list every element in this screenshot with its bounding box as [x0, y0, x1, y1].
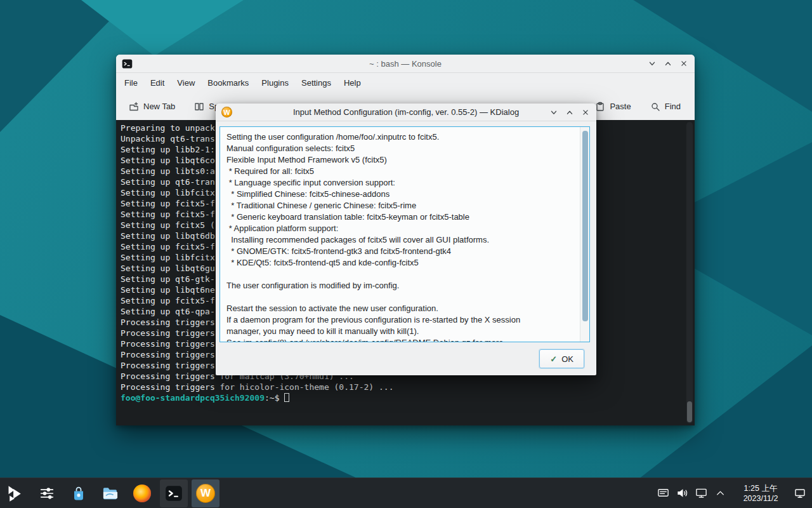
dialog-maximize-button[interactable] — [564, 107, 575, 118]
paste-icon — [595, 102, 605, 112]
taskbar: W 1:25 上午 2023/11/2 — [0, 478, 812, 508]
menu-item[interactable]: File — [118, 75, 144, 91]
kde-launcher-icon — [6, 485, 24, 502]
konsole-app-icon — [122, 58, 133, 69]
konsole-task[interactable] — [160, 479, 188, 507]
dialog-message-line: * Traditional Chinese / generic Chinese:… — [226, 200, 575, 211]
discover-icon — [70, 485, 88, 502]
prompt-user-host: foo@foo-standardpcq35ich92009 — [121, 393, 265, 403]
dialog-message-line: See im-config(8) and /usr/share/doc/im-c… — [226, 337, 575, 342]
terminal-scrollbar-handle[interactable] — [687, 401, 692, 422]
find-button[interactable]: Find — [645, 98, 686, 116]
dialog-scrollbar-handle[interactable] — [582, 131, 588, 321]
dialog-message-line: * Application platform support: — [226, 223, 575, 234]
new-tab-label: New Tab — [143, 102, 175, 111]
task-manager-settings-button[interactable] — [33, 479, 61, 507]
sliders-icon — [38, 485, 56, 502]
dialog-message-line: * Language specific input conversion sup… — [226, 177, 575, 189]
dialog-message-line: Installing recommended packages of fcitx… — [226, 234, 575, 246]
show-desktop-icon — [794, 488, 806, 499]
dialog-window-title: Input Method Configuration (im-config, v… — [216, 107, 596, 117]
dialog-message-line — [226, 291, 575, 303]
terminal-cursor — [284, 393, 289, 402]
menu-item[interactable]: View — [171, 75, 201, 91]
notifications-tray-icon[interactable] — [653, 479, 672, 507]
ok-check-icon: ✓ — [550, 354, 557, 364]
split-view-icon — [194, 102, 204, 112]
display-tray-icon[interactable] — [691, 479, 710, 507]
tray-expand-arrow[interactable] — [710, 479, 730, 507]
im-config-app-icon: W — [221, 107, 232, 117]
dialog-message-line — [226, 269, 575, 280]
dialog-message-line: Restart the session to activate the new … — [226, 303, 575, 314]
konsole-minimize-button[interactable] — [646, 58, 658, 69]
ok-button[interactable]: ✓ OK — [539, 349, 584, 368]
dialog-message-line: If a daemon program for the previous con… — [226, 314, 575, 326]
find-icon — [650, 102, 660, 112]
dialog-message-line: * KDE/Qt5: fcitx5-frontend-qt5 and kde-c… — [226, 257, 575, 269]
system-tray — [653, 479, 730, 507]
dialog-message-line: The user configuration is modified by im… — [226, 280, 575, 291]
terminal-prompt-line: foo@foo-standardpcq35ich92009:~$ — [121, 392, 695, 403]
prompt-path: :~$ — [265, 393, 279, 403]
konsole-icon — [165, 485, 183, 502]
clock-time: 1:25 上午 — [733, 483, 788, 493]
clock-date: 2023/11/2 — [733, 493, 788, 504]
dialog-close-button[interactable] — [580, 107, 591, 118]
firefox-launcher[interactable] — [128, 479, 156, 507]
dialog-scrollbar[interactable] — [580, 127, 589, 342]
menu-item[interactable]: Help — [337, 75, 367, 91]
konsole-titlebar[interactable]: ~ : bash — Konsole — [116, 55, 695, 73]
dialog-message-line: * Simplified Chinese: fcitx5-chinese-add… — [226, 189, 575, 200]
dialog-titlebar[interactable]: W Input Method Configuration (im-config,… — [216, 104, 596, 121]
volume-tray-icon[interactable] — [672, 479, 691, 507]
dialog-message-line: Flexible Input Method Framework v5 (fcit… — [226, 154, 575, 166]
new-tab-icon — [129, 102, 139, 112]
im-config-task-icon: W — [196, 484, 215, 503]
digital-clock[interactable]: 1:25 上午 2023/11/2 — [733, 483, 788, 504]
folder-dolphin-icon — [102, 485, 119, 502]
menu-item[interactable]: Bookmarks — [201, 75, 255, 91]
terminal-scrollbar[interactable] — [686, 122, 693, 424]
new-tab-button[interactable]: New Tab — [124, 98, 180, 116]
konsole-maximize-button[interactable] — [662, 58, 674, 69]
dialog-minimize-button[interactable] — [548, 107, 560, 118]
app-launcher-button[interactable] — [1, 479, 29, 507]
dialog-message-text: Setting the user configuration /home/foo… — [226, 131, 575, 342]
im-config-dialog-task[interactable]: W — [192, 479, 219, 507]
dialog-message-line: manager, you may need to kill it manuall… — [226, 326, 575, 337]
menu-item[interactable]: Plugins — [255, 75, 295, 91]
konsole-close-button[interactable] — [678, 58, 690, 69]
terminal-line: Processing triggers for hicolor-icon-the… — [121, 382, 695, 392]
dialog-message-line: Setting the user configuration /home/foo… — [226, 131, 575, 143]
dialog-message-line: Manual configuration selects: fcitx5 — [226, 143, 575, 154]
dolphin-launcher[interactable] — [96, 479, 124, 507]
konsole-menubar: FileEditViewBookmarksPluginsSettingsHelp — [116, 73, 695, 93]
ok-label: OK — [561, 354, 573, 364]
im-config-dialog: W Input Method Configuration (im-config,… — [216, 104, 596, 375]
dialog-message-line: * Generic keyboard translation table: fc… — [226, 211, 575, 223]
discover-launcher[interactable] — [65, 479, 93, 507]
paste-label: Paste — [610, 102, 631, 111]
firefox-icon — [133, 485, 151, 502]
show-desktop-button[interactable] — [792, 479, 808, 507]
dialog-message-area[interactable]: Setting the user configuration /home/foo… — [219, 126, 590, 342]
menu-item[interactable]: Settings — [295, 75, 337, 91]
konsole-window-title: ~ : bash — Konsole — [116, 59, 695, 69]
menu-item[interactable]: Edit — [144, 75, 171, 91]
dialog-message-line: * GNOME/GTK: fcitx5-frontend-gtk3 and fc… — [226, 246, 575, 257]
dialog-message-line: * Required for all: fcitx5 — [226, 166, 575, 177]
find-label: Find — [665, 102, 681, 111]
paste-button[interactable]: Paste — [590, 98, 636, 116]
